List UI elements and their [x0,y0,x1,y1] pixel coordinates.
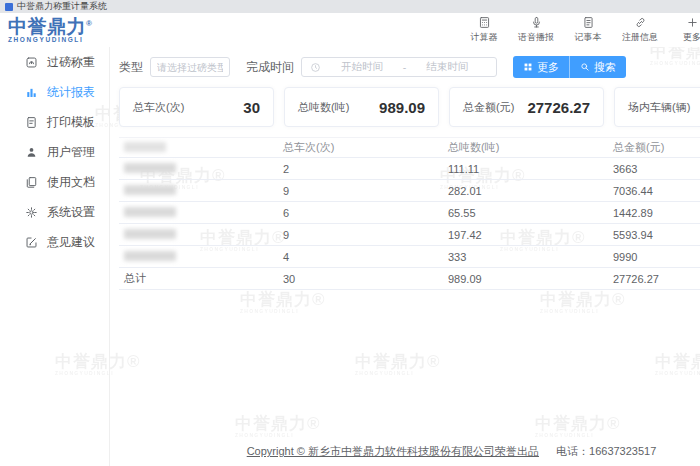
total-trips-value: 30 [243,99,260,116]
voice-broadcast-button[interactable]: 语音播报 [520,16,552,44]
page-footer: Copyright © 新乡市中誉鼎力软件科技股份有限公司荣誉出品 电话：166… [111,444,700,459]
copy-docs-icon [25,176,38,189]
sidebar-item-print-template[interactable]: 打印模板 [0,107,109,137]
copyright-link[interactable]: Copyright © 新乡市中誉鼎力软件科技股份有限公司荣誉出品 [247,445,539,457]
sidebar-item-label: 意见建议 [47,234,95,251]
card-total-trips: 总车次(次) 30 [119,87,274,127]
window-title: 中誉鼎力称重计量系统 [17,2,107,11]
date-range-picker[interactable]: 开始时间 - 结束时间 [301,57,497,77]
more-filters-button[interactable]: 更多 [513,56,570,78]
notepad-icon [582,16,595,29]
start-time-placeholder: 开始时间 [321,60,403,74]
sidebar-item-statistics-report[interactable]: 统计报表 [0,77,109,107]
header-total-amount: 总金额(元) [613,140,700,155]
redacted-name-cell [124,163,176,173]
bar-chart-icon [25,86,38,99]
sidebar-item-label: 统计报表 [47,84,95,101]
main-content: 类型 完成时间 开始时间 - 结束时间 更多 搜索 总车次(次) 30 总吨数(… [111,47,700,466]
table-row: 9 282.01 7036.44 [119,180,700,202]
table-row: 2 111.11 3663 [119,158,700,180]
weigh-type-select[interactable] [150,57,230,77]
app-header: 中誉鼎力® ZHONGYUDINGLI 计算器 语音播报 记事本 注册信息 更多 [0,13,700,47]
table-row: 6 65.55 1442.89 [119,202,700,224]
calculator-button[interactable]: 计算器 [468,16,500,44]
total-amount-value: 27726.27 [527,99,590,116]
registration-info-button[interactable]: 注册信息 [624,16,656,44]
card-total-amount: 总金额(元) 27726.27 [449,87,604,127]
end-time-placeholder: 结束时间 [406,60,488,74]
redacted-name-cell [124,251,176,261]
filter-buttons: 更多 搜索 [513,56,626,78]
sidebar-item-label: 打印模板 [47,114,95,131]
search-button[interactable]: 搜索 [570,56,626,78]
sidebar-item-documentation[interactable]: 使用文档 [0,167,109,197]
sidebar-item-label: 用户管理 [47,144,95,161]
logo-subtext: ZHONGYUDINGLI [8,37,92,44]
card-total-tons: 总吨数(吨) 989.09 [284,87,439,127]
sidebar-item-system-settings[interactable]: 系统设置 [0,197,109,227]
sidebar-item-label: 过磅称重 [47,54,95,71]
filter-bar: 类型 完成时间 开始时间 - 结束时间 更多 搜索 [119,55,700,79]
window-titlebar: 中誉鼎力称重计量系统 [0,0,700,13]
footer-phone: 电话：16637323517 [556,445,656,457]
logo-text: 中誉鼎力® [8,17,92,36]
brand-logo: 中誉鼎力® ZHONGYUDINGLI [8,17,92,44]
total-row-label: 总计 [119,271,283,286]
grid-icon [523,62,533,72]
document-icon [25,116,38,129]
weighbridge-icon [25,56,38,69]
registered-mark: ® [86,18,92,27]
table-row: 4 333 9990 [119,246,700,268]
gear-icon [25,206,38,219]
sidebar-item-label: 系统设置 [47,204,95,221]
redacted-header-cell [124,142,166,152]
search-icon [580,62,590,72]
finish-time-filter-label: 完成时间 [246,59,294,76]
app-window-icon [5,3,13,11]
redacted-name-cell [124,229,176,239]
notepad-button[interactable]: 记事本 [572,16,604,44]
link-icon [634,16,647,29]
header-total-tons: 总吨数(吨) [448,140,613,155]
edit-pencil-icon [25,236,38,249]
sidebar-item-label: 使用文档 [47,174,95,191]
sidebar-item-weighing[interactable]: 过磅称重 [0,47,109,77]
table-row: 9 197.42 5593.94 [119,224,700,246]
total-tons-value: 989.09 [379,99,425,116]
header-toolbar: 计算器 语音播报 记事本 注册信息 更多 [468,16,700,44]
type-filter-label: 类型 [119,59,143,76]
header-total-trips: 总车次(次) [283,140,448,155]
more-tools-button[interactable]: 更多 [676,16,700,44]
microphone-icon [530,16,543,29]
sidebar-item-user-management[interactable]: 用户管理 [0,137,109,167]
card-onsite-vehicles: 场内车辆(辆) [614,87,700,127]
user-icon [25,146,38,159]
redacted-name-cell [124,185,176,195]
clock-icon [310,62,321,73]
more-icon [686,16,699,29]
sidebar-item-feedback[interactable]: 意见建议 [0,227,109,257]
redacted-name-cell [124,207,176,217]
summary-cards: 总车次(次) 30 总吨数(吨) 989.09 总金额(元) 27726.27 … [119,87,700,127]
calculator-icon [478,16,491,29]
statistics-table: 总车次(次) 总吨数(吨) 总金额(元) 2 111.11 3663 9 282… [119,137,700,290]
table-header-row: 总车次(次) 总吨数(吨) 总金额(元) [119,137,700,158]
table-total-row: 总计 30 989.09 27726.27 [119,268,700,290]
sidebar-nav: 过磅称重 统计报表 打印模板 用户管理 使用文档 系统设置 意见建议 [0,47,110,466]
